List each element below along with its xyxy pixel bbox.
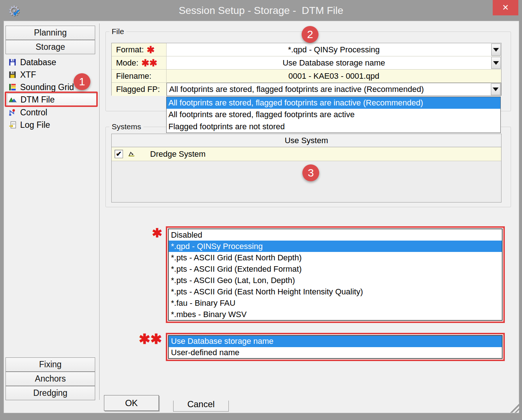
chevron-down-icon xyxy=(493,61,499,65)
sidebar-section-storage[interactable]: Storage xyxy=(5,40,95,54)
mode-options-list: Use Database storage name User-defined n… xyxy=(168,335,503,359)
dredge-icon xyxy=(127,149,135,159)
file-group-legend: File xyxy=(109,27,126,36)
format-list-marker: ✱ xyxy=(152,226,163,240)
ok-button[interactable]: OK xyxy=(104,395,159,411)
list-item[interactable]: *.fau - Binary FAU xyxy=(169,297,502,309)
close-button[interactable]: ✕ xyxy=(493,0,518,15)
sidebar-item-label: Control xyxy=(20,108,47,118)
format-options-list: Disabled *.qpd - QINSy Processing *.pts … xyxy=(168,228,503,321)
sidebar-section-anchors[interactable]: Anchors xyxy=(5,372,95,386)
mode-combo-arrow[interactable] xyxy=(491,57,501,69)
filename-label: Filename: xyxy=(112,70,167,82)
sidebar-item-log-file[interactable]: Log File xyxy=(7,119,97,131)
sidebar-section-planning[interactable]: Planning xyxy=(5,26,95,40)
dredge-system-label: Dredge System xyxy=(150,149,206,159)
list-item[interactable]: Disabled xyxy=(169,229,502,241)
format-required-marker: ✱ xyxy=(147,45,155,55)
sidebar-item-control[interactable]: Control xyxy=(7,106,97,119)
dialog-body: Planning Storage Database XTF Sounding G… xyxy=(4,21,519,413)
mode-list-highlight-box: Use Database storage name User-defined n… xyxy=(166,333,505,361)
format-row: Format: ✱ *.qpd - QINSy Processing xyxy=(112,43,501,56)
session-setup-dialog: ⚙ ✔ Session Setup - Storage - DTM File ✕… xyxy=(0,0,522,420)
dropdown-option[interactable]: All footprints are stored, flagged footp… xyxy=(167,109,500,120)
mode-combo[interactable]: Use Database storage name xyxy=(167,56,501,69)
sidebar-item-database[interactable]: Database xyxy=(7,56,97,68)
floppy-yellow-icon xyxy=(8,71,16,79)
cancel-button[interactable]: Cancel xyxy=(173,401,229,412)
mode-required-marker: ✱✱ xyxy=(141,58,157,68)
log-file-icon xyxy=(8,121,16,129)
sidebar-item-label: Sounding Grid xyxy=(20,82,74,92)
annotation-circle-3: 3 xyxy=(302,164,319,181)
systems-group-legend: Systems xyxy=(109,122,143,131)
format-combo[interactable]: *.qpd - QINSy Processing xyxy=(167,43,501,56)
sidebar-section-fixing[interactable]: Fixing xyxy=(5,357,95,372)
list-item[interactable]: *.pts - ASCII Grid (East North Height In… xyxy=(169,286,502,297)
flagged-fp-combo[interactable]: All footprints are stored, flagged footp… xyxy=(167,83,501,96)
sidebar-item-label: Database xyxy=(20,57,56,67)
list-item[interactable]: *.pts - ASCII Grid (East North Depth) xyxy=(169,252,502,263)
list-item[interactable]: *.qpd - QINSy Processing xyxy=(169,241,502,252)
mode-label: Mode: ✱✱ xyxy=(112,56,167,69)
sidebar-item-label: Log File xyxy=(20,120,50,130)
chevron-down-icon xyxy=(493,48,499,52)
format-combo-arrow[interactable] xyxy=(491,44,501,56)
format-label: Format: ✱ xyxy=(112,43,167,56)
resize-grip[interactable] xyxy=(508,402,519,413)
annotation-circle-1: 1 xyxy=(74,73,90,90)
sidebar-item-label: XTF xyxy=(20,70,36,80)
window-title: Session Setup - Storage - DTM File xyxy=(0,5,522,16)
dredge-system-row[interactable]: ✔ Dredge System xyxy=(112,147,501,161)
filename-row: Filename: 0001 - KAE03 - 0001.qpd xyxy=(112,70,501,83)
flagged-fp-combo-arrow[interactable] xyxy=(491,83,500,95)
filename-value: 0001 - KAE03 - 0001.qpd xyxy=(167,70,501,82)
flagged-fp-label: Flagged FP: xyxy=(112,83,167,96)
mode-row: Mode: ✱✱ Use Database storage name xyxy=(112,56,501,70)
list-item[interactable]: Use Database storage name xyxy=(169,336,502,347)
dropdown-option[interactable]: All footprints are stored, flagged footp… xyxy=(167,97,500,109)
grid-rainbow-icon xyxy=(8,83,16,91)
list-item[interactable]: *.mbes - Binary WSV xyxy=(169,309,502,320)
use-system-header: Use System xyxy=(112,134,501,147)
dropdown-option[interactable]: Flagged footprints are not stored xyxy=(167,121,500,133)
dtm-file-highlight-box xyxy=(5,92,98,107)
mode-list-marker: ✱✱ xyxy=(139,331,162,347)
dredge-system-checkbox[interactable]: ✔ xyxy=(115,150,123,158)
flagged-fp-row: Flagged FP: All footprints are stored, f… xyxy=(112,83,501,96)
list-item[interactable]: *.pts - ASCII Geo (Lat, Lon, Depth) xyxy=(169,275,502,286)
file-field-table: Format: ✱ *.qpd - QINSy Processing Mode:… xyxy=(111,43,502,96)
list-item[interactable]: *.pts - ASCII Grid (Extended Format) xyxy=(169,263,502,275)
floppy-blue-icon xyxy=(8,58,16,66)
control-points-icon xyxy=(8,108,16,116)
annotation-circle-2: 2 xyxy=(302,26,318,43)
format-list-highlight-box: Disabled *.qpd - QINSy Processing *.pts … xyxy=(166,226,505,323)
cancel-button-clipped: Cancel xyxy=(173,401,229,412)
sidebar-divider xyxy=(99,23,100,400)
chevron-down-icon xyxy=(493,88,499,91)
flagged-fp-dropdown-list: All footprints are stored, flagged footp… xyxy=(166,97,501,133)
list-item[interactable]: User-defined name xyxy=(169,347,502,358)
sidebar-section-dredging[interactable]: Dredging xyxy=(5,386,95,400)
